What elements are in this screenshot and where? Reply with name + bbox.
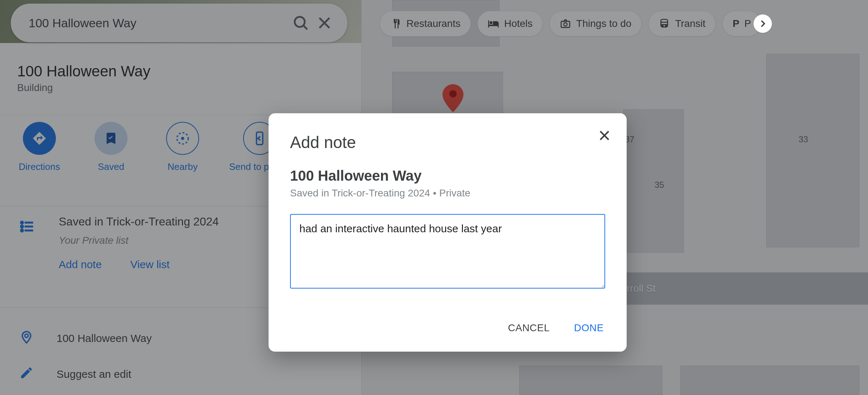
- dialog-title: Add note: [290, 133, 605, 152]
- done-button[interactable]: DONE: [573, 319, 605, 337]
- chip-scroll-right[interactable]: [753, 14, 772, 33]
- cancel-button[interactable]: CANCEL: [507, 319, 551, 337]
- note-textarea[interactable]: [290, 214, 605, 289]
- close-dialog-button[interactable]: [597, 128, 612, 144]
- dialog-saved-line: Saved in Trick-or-Treating 2024 • Privat…: [290, 187, 605, 199]
- add-note-dialog: Add note 100 Halloween Way Saved in Tric…: [269, 113, 627, 352]
- dialog-place-name: 100 Halloween Way: [290, 168, 605, 184]
- dialog-button-row: CANCEL DONE: [290, 319, 605, 337]
